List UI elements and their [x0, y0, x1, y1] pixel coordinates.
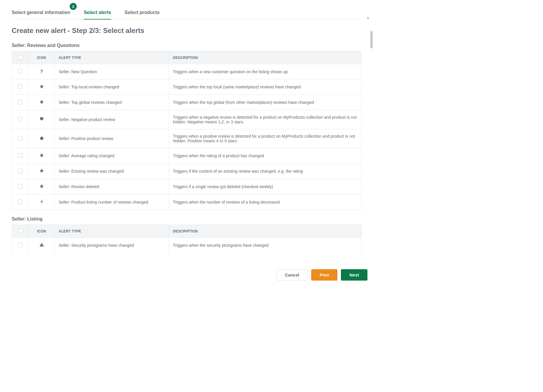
- cancel-button[interactable]: Cancel: [276, 269, 308, 281]
- col-header-icon: ICON: [29, 51, 55, 64]
- section-title-listing: Seller: Listing: [12, 216, 362, 222]
- alert-description: Triggers when the top local (same market…: [169, 79, 361, 94]
- table-row: Seller: Product listing number of review…: [12, 194, 361, 210]
- alert-description: Triggers when a new customer question on…: [169, 64, 361, 79]
- col-header-desc: DESCRIPTION: [169, 51, 361, 64]
- alert-description: Triggers when the top global (from other…: [169, 94, 361, 110]
- star-icon: [39, 153, 44, 158]
- alert-type: Seller: Average rating changed: [55, 148, 169, 163]
- scrollbar-thumb[interactable]: [370, 31, 373, 48]
- tab-label: Select general information: [12, 10, 70, 15]
- star-icon: [39, 100, 44, 105]
- alert-description: Triggers when a positive review is detec…: [169, 129, 361, 148]
- table-row: Seller: Existing review was changedTrigg…: [12, 163, 361, 179]
- select-all-checkbox[interactable]: [18, 55, 23, 60]
- alert-type: Seller: Security pictograms have changed: [55, 238, 169, 253]
- alert-type: Seller: Negative product review: [55, 110, 169, 129]
- row-checkbox[interactable]: [18, 169, 23, 173]
- thumbdown-icon: [39, 117, 44, 122]
- alert-type: Seller: Review deleted: [55, 179, 169, 194]
- table-row: ?Seller: New QuestionTriggers when a new…: [12, 64, 361, 79]
- thumbup-icon: [39, 136, 44, 141]
- alert-type: Seller: Positive product review: [55, 129, 169, 148]
- prev-button[interactable]: Prev: [311, 269, 338, 281]
- table-row: Seller: Negative product reviewTriggers …: [12, 110, 361, 129]
- row-checkbox[interactable]: [18, 117, 23, 122]
- section-title-reviews: Seller: Reviews and Questions: [12, 43, 362, 48]
- select-all-checkbox[interactable]: [18, 228, 23, 233]
- alert-type: Seller: Existing review was changed: [55, 163, 169, 179]
- star-icon: [39, 169, 44, 174]
- table-row: Seller: Top local reviews changedTrigger…: [12, 79, 361, 94]
- tab-label: Select alerts: [84, 10, 111, 15]
- alerts-table-reviews: ICON ALERT TYPE DESCRIPTION ?Seller: New…: [12, 51, 362, 210]
- alert-description: Triggers if the content of an existing r…: [169, 163, 361, 179]
- col-header-icon: ICON: [29, 225, 55, 238]
- alert-description: Triggers when the number of reviews of a…: [169, 194, 361, 210]
- tab-bar: Select general information 3 Select aler…: [12, 6, 362, 20]
- tab-general[interactable]: Select general information 3: [12, 6, 70, 19]
- tab-products[interactable]: Select products: [125, 6, 160, 19]
- alerts-table-listing: ICON ALERT TYPE DESCRIPTION Seller: Secu…: [12, 225, 362, 253]
- col-header-type: ALERT TYPE: [55, 51, 169, 64]
- alert-description: Triggers when the rating of a product ha…: [169, 148, 361, 163]
- alert-description: Triggers when the security pictograms ha…: [169, 238, 361, 253]
- question-icon: ?: [40, 69, 43, 74]
- page-title: Create new alert - Step 2/3: Select aler…: [12, 27, 362, 35]
- alert-description: Triggers if a single review got deleted …: [169, 179, 361, 194]
- warning-icon: [39, 243, 44, 248]
- tab-badge: 3: [70, 3, 77, 10]
- arrowdown-icon: [39, 200, 44, 205]
- tab-alerts[interactable]: Select alerts: [84, 6, 111, 19]
- alert-type: Seller: Top global reviews changed: [55, 94, 169, 110]
- table-row: Seller: Security pictograms have changed…: [12, 238, 361, 253]
- row-checkbox[interactable]: [18, 184, 23, 189]
- close-icon[interactable]: [365, 15, 371, 21]
- row-checkbox[interactable]: [18, 100, 23, 104]
- footer-actions: Cancel Prev Next: [276, 269, 367, 281]
- alert-description: Triggers when a negative review is detec…: [169, 110, 361, 129]
- row-checkbox[interactable]: [18, 200, 23, 204]
- col-header-desc: DESCRIPTION: [169, 225, 361, 238]
- table-row: Seller: Top global reviews changedTrigge…: [12, 94, 361, 110]
- alert-type: Seller: New Question: [55, 64, 169, 79]
- row-checkbox[interactable]: [18, 69, 23, 74]
- row-checkbox[interactable]: [18, 243, 23, 247]
- row-checkbox[interactable]: [18, 136, 23, 141]
- table-row: Seller: Average rating changedTriggers w…: [12, 148, 361, 163]
- alert-type: Seller: Product listing number of review…: [55, 194, 169, 210]
- table-row: Seller: Review deletedTriggers if a sing…: [12, 179, 361, 194]
- tab-label: Select products: [125, 10, 160, 15]
- star-icon: [39, 184, 44, 189]
- next-button[interactable]: Next: [341, 269, 367, 281]
- alert-type: Seller: Top local reviews changed: [55, 79, 169, 94]
- row-checkbox[interactable]: [18, 153, 23, 158]
- row-checkbox[interactable]: [18, 84, 23, 89]
- col-header-type: ALERT TYPE: [55, 225, 169, 238]
- table-row: Seller: Positive product reviewTriggers …: [12, 129, 361, 148]
- star-icon: [39, 85, 44, 90]
